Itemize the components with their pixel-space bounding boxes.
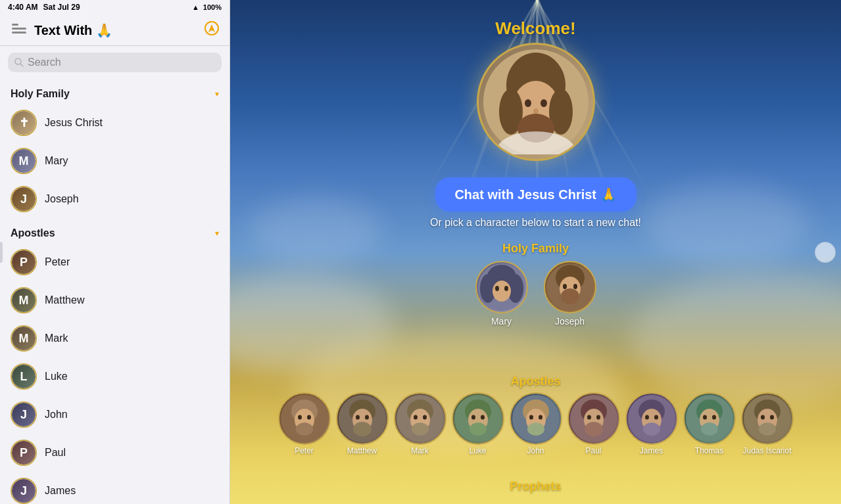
apostle-avatar-matthew xyxy=(336,392,389,445)
svg-point-71 xyxy=(654,415,658,420)
avatar-john: J xyxy=(11,401,37,428)
mary-avatar-svg xyxy=(478,263,525,311)
peter-svg xyxy=(281,395,328,442)
status-bar-left: 4:40 AM Sat Jul 29 xyxy=(8,3,80,12)
status-date: Sat Jul 29 xyxy=(43,3,80,12)
search-input[interactable] xyxy=(28,57,215,68)
apostle-matthew[interactable]: Matthew xyxy=(336,392,389,455)
apostle-thomas[interactable]: Thomas xyxy=(683,392,736,455)
contact-item-john[interactable]: J John xyxy=(0,396,229,434)
avatar-james: J xyxy=(11,478,37,504)
apostle-name-mark: Mark xyxy=(411,446,429,455)
avatar-joseph: J xyxy=(11,186,37,212)
chevron-apostles[interactable]: ▾ xyxy=(215,229,219,238)
apostle-mark[interactable]: Mark xyxy=(394,392,446,455)
family-avatar-joseph xyxy=(544,261,596,313)
pick-character-text: Or pick a character below to start a new… xyxy=(230,217,841,229)
welcome-text: Welcome! xyxy=(230,18,841,39)
avatar-jesus: ✝ xyxy=(11,110,37,136)
family-item-mary[interactable]: Mary xyxy=(475,261,528,327)
contact-item-joseph[interactable]: J Joseph xyxy=(0,180,229,218)
contact-name-mary: Mary xyxy=(45,155,68,167)
svg-point-58 xyxy=(529,415,533,420)
family-name-joseph: Joseph xyxy=(555,316,585,327)
svg-point-72 xyxy=(643,423,660,436)
main-avatar-ring xyxy=(477,43,595,161)
apostle-name-matthew: Matthew xyxy=(347,446,377,455)
family-avatar-mary xyxy=(475,261,528,313)
svg-point-29 xyxy=(573,284,577,289)
contact-name-jesus: Jesus Christ xyxy=(45,117,103,129)
wifi-icon: ▲ xyxy=(192,3,199,11)
holy-family-section: Holy Family Mary xyxy=(230,242,841,327)
apostle-avatar-luke xyxy=(452,392,504,445)
sidebar-edge-indicator xyxy=(0,242,3,263)
apostle-judas[interactable]: Judas Iscariot xyxy=(741,392,794,455)
sidebar-header: Text With 🙏 xyxy=(0,14,229,46)
svg-point-76 xyxy=(703,415,707,420)
family-name-mary: Mary xyxy=(491,316,512,327)
contact-item-luke[interactable]: L Luke xyxy=(0,357,229,396)
prophets-label: Prophets xyxy=(230,480,841,493)
compose-button[interactable] xyxy=(204,21,219,39)
apostles-section: Apostles Peter xyxy=(230,375,841,455)
sidebar-toggle-icon xyxy=(12,24,26,34)
apostles-label-main: Apostles xyxy=(510,375,560,388)
apostle-john[interactable]: John xyxy=(510,392,562,455)
svg-point-66 xyxy=(585,422,603,436)
avatar-peter: P xyxy=(11,249,37,275)
apostles-row: Peter Matthew xyxy=(278,392,794,455)
svg-point-34 xyxy=(298,415,302,420)
svg-point-48 xyxy=(412,423,429,436)
svg-point-52 xyxy=(471,415,475,420)
james-svg xyxy=(628,395,675,442)
svg-point-30 xyxy=(561,288,579,304)
apostle-avatar-james xyxy=(625,392,678,445)
contact-item-mary[interactable]: M Mary xyxy=(0,142,229,180)
svg-point-28 xyxy=(563,284,567,289)
apostle-name-peter: Peter xyxy=(295,446,314,455)
right-handle xyxy=(815,242,836,263)
avatar-mary: M xyxy=(11,148,37,174)
chevron-holy-family[interactable]: ▾ xyxy=(215,89,219,99)
section-header-holy-family: Holy Family ▾ xyxy=(0,79,229,104)
search-icon xyxy=(14,58,24,67)
section-header-apostles: Apostles ▾ xyxy=(0,218,229,243)
contact-item-matthew[interactable]: M Matthew xyxy=(0,281,229,319)
apostle-name-john: John xyxy=(527,446,544,455)
jesus-main-avatar-svg xyxy=(483,49,589,154)
svg-point-47 xyxy=(423,415,427,420)
apostle-james[interactable]: James xyxy=(625,392,678,455)
contact-item-mark[interactable]: M Mark xyxy=(0,319,229,357)
apostle-peter[interactable]: Peter xyxy=(278,392,331,455)
contact-item-paul[interactable]: P Paul xyxy=(0,434,229,472)
svg-point-78 xyxy=(701,423,718,436)
avatar-luke: L xyxy=(11,363,37,390)
holy-family-label-main: Holy Family xyxy=(502,242,569,256)
main-content: Welcome! xyxy=(230,0,841,504)
contact-item-peter[interactable]: P Peter xyxy=(0,243,229,281)
joseph-avatar-svg xyxy=(546,263,594,311)
chat-with-jesus-button[interactable]: Chat with Jesus Christ 🙏 xyxy=(435,177,636,212)
svg-point-22 xyxy=(493,281,511,302)
apostle-paul[interactable]: Paul xyxy=(567,392,620,455)
svg-rect-1 xyxy=(12,28,26,30)
family-item-joseph[interactable]: Joseph xyxy=(544,261,596,327)
svg-point-36 xyxy=(296,423,313,436)
contact-item-jesus[interactable]: ✝ Jesus Christ xyxy=(0,104,229,142)
paul-svg xyxy=(570,395,617,442)
contact-item-james[interactable]: J James xyxy=(0,472,229,504)
svg-point-53 xyxy=(481,415,485,420)
sidebar-toggle-button[interactable] xyxy=(11,22,28,37)
contact-name-john: John xyxy=(45,409,68,421)
avatar-matthew: M xyxy=(11,287,37,313)
apostle-name-luke: Luke xyxy=(469,446,486,455)
apostle-luke[interactable]: Luke xyxy=(452,392,504,455)
sidebar-title: Text With 🙏 xyxy=(34,22,198,38)
status-bar: 4:40 AM Sat Jul 29 ▲ 100% xyxy=(0,0,229,14)
thomas-svg xyxy=(686,395,733,442)
svg-point-59 xyxy=(539,415,542,420)
contact-name-paul: Paul xyxy=(45,447,66,459)
contact-name-luke: Luke xyxy=(45,371,68,382)
avatar-paul: P xyxy=(11,440,37,466)
